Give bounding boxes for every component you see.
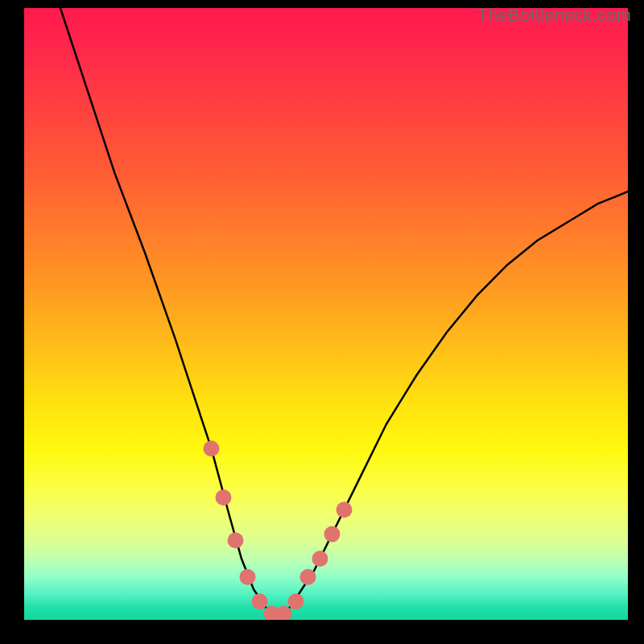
curve-line: [60, 8, 628, 613]
marker-point: [312, 551, 328, 567]
marker-point: [228, 532, 244, 548]
marker-point: [240, 569, 256, 585]
marker-point: [324, 526, 341, 543]
plot-area: [24, 8, 628, 620]
marker-point: [252, 593, 268, 609]
marker-point: [336, 502, 353, 518]
marker-point: [216, 489, 232, 506]
marker-point: [204, 440, 220, 456]
marker-point: [288, 593, 304, 609]
marker-point: [300, 569, 316, 585]
watermark-text: TheBottleneck.com: [477, 5, 631, 26]
curve-path: [60, 8, 628, 613]
chart-svg: [24, 8, 628, 620]
marker-group: [204, 440, 353, 620]
